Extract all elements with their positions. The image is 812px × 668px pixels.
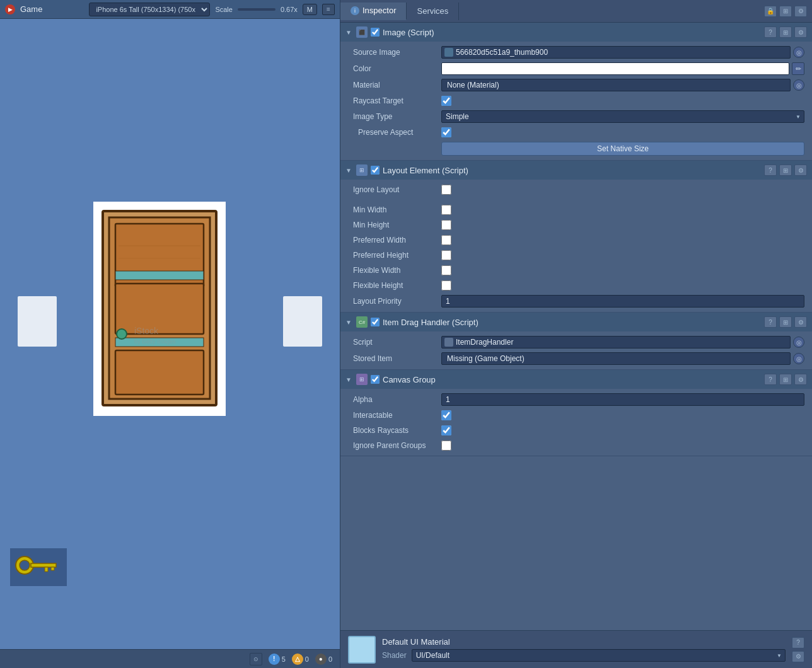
item-drag-checkbox[interactable]	[371, 318, 380, 326]
stored-item-text: Missing (Game Object)	[446, 354, 526, 363]
layout-element-checkbox[interactable]	[371, 166, 380, 175]
stored-item-target-button[interactable]: ◎	[793, 353, 804, 364]
item-drag-help-button[interactable]: ?	[764, 316, 777, 328]
game-title: Game	[20, 4, 42, 14]
error-count: 0	[328, 655, 332, 663]
lock-button[interactable]: 🔒	[764, 6, 777, 17]
collapse-button[interactable]: ⊙	[250, 653, 262, 665]
preferred-width-checkbox[interactable]	[441, 235, 451, 245]
image-script-header[interactable]: ▼ ⬛ Image (Script) ? ⊞ ⚙	[340, 23, 812, 42]
color-label: Color	[353, 64, 441, 73]
image-settings-button[interactable]: ⚙	[794, 26, 807, 38]
blocks-raycasts-label: Blocks Raycasts	[353, 426, 441, 435]
warning-count: 0	[305, 655, 309, 663]
inspector-tab-icon: i	[351, 6, 359, 15]
canvas-group-settings-button[interactable]: ⚙	[794, 374, 807, 385]
interactable-checkbox[interactable]	[441, 410, 451, 420]
source-image-field[interactable]: 566820d5c51a9_thumb900	[441, 46, 791, 59]
ignore-parent-groups-checkbox[interactable]	[441, 441, 451, 451]
flexible-width-row: Flexible Width	[340, 263, 812, 278]
material-settings-button[interactable]: ⚙	[792, 651, 804, 662]
color-field[interactable]	[441, 62, 789, 75]
device-select[interactable]: iPhone 6s Tall (750x1334) (750x	[89, 3, 210, 16]
item-drag-title: Item Drag Handler (Script)	[383, 318, 761, 327]
material-field[interactable]: None (Material)	[441, 79, 791, 91]
raycast-target-checkbox[interactable]	[441, 96, 451, 106]
layout-settings-button[interactable]: ⚙	[794, 164, 807, 176]
inspector-content[interactable]: ▼ ⬛ Image (Script) ? ⊞ ⚙ Source Image	[340, 23, 812, 630]
item-drag-layout-button[interactable]: ⊞	[779, 316, 792, 328]
door-image-container[interactable]: iStock by Getty Images	[93, 202, 226, 416]
blocks-raycasts-row: Blocks Raycasts	[340, 423, 812, 438]
native-size-button[interactable]: Set Native Size	[441, 142, 804, 156]
layout-collapse-arrow: ▼	[345, 167, 353, 174]
inspector-header: i Inspector Services 🔒 ⊞ ⚙	[340, 0, 812, 23]
min-height-checkbox[interactable]	[441, 220, 451, 230]
material-shader-label: Shader	[382, 651, 407, 660]
ignore-layout-checkbox[interactable]	[441, 185, 451, 195]
scale-slider[interactable]	[238, 8, 276, 11]
min-width-value	[441, 205, 804, 215]
tab-inspector[interactable]: i Inspector	[340, 3, 407, 20]
source-image-thumb-icon	[444, 48, 453, 57]
warning-icon: △	[292, 654, 303, 665]
layout-priority-input[interactable]	[441, 295, 804, 308]
image-layout-button[interactable]: ⊞	[779, 26, 792, 38]
script-value: ItemDragHandler ◎	[441, 336, 804, 348]
canvas-group-layout-button[interactable]: ⊞	[779, 374, 792, 385]
script-field[interactable]: ItemDragHandler	[441, 336, 791, 348]
image-script-checkbox[interactable]	[371, 28, 380, 37]
script-row: Script ItemDragHandler ◎	[340, 334, 812, 350]
flexible-height-checkbox[interactable]	[441, 280, 451, 291]
layout-element-header[interactable]: ▼ ⊞ Layout Element (Script) ? ⊞ ⚙	[340, 161, 812, 180]
layout-spacer	[340, 197, 812, 202]
raycast-target-label: Raycast Target	[353, 96, 441, 105]
image-type-select[interactable]: Simple Sliced Tiled Filled	[441, 110, 804, 123]
layout-help-button[interactable]: ?	[764, 164, 777, 176]
ignore-layout-label: Ignore Layout	[353, 185, 441, 194]
canvas-group-header[interactable]: ▼ ⊞ Canvas Group ? ⊞ ⚙	[340, 370, 812, 389]
layout-button[interactable]: ⊞	[779, 6, 792, 17]
alpha-input[interactable]	[441, 393, 804, 406]
svg-point-7	[117, 329, 127, 339]
min-height-row: Min Height	[340, 217, 812, 233]
layout-layout-button[interactable]: ⊞	[779, 164, 792, 176]
image-script-title: Image (Script)	[383, 28, 761, 37]
script-target-button[interactable]: ◎	[793, 337, 804, 348]
flexible-width-checkbox[interactable]	[441, 265, 451, 275]
min-width-checkbox[interactable]	[441, 205, 451, 215]
material-help-button[interactable]: ?	[792, 637, 804, 648]
preferred-height-value	[441, 250, 804, 260]
game-toolbar: ▶ Game iPhone 6s Tall (750x1334) (750x S…	[0, 0, 340, 19]
blocks-raycasts-value	[441, 425, 804, 435]
svg-point-13	[20, 560, 30, 570]
native-size-value: Set Native Size	[441, 142, 804, 156]
color-eyedropper-button[interactable]: ✏	[792, 62, 804, 75]
stored-item-field[interactable]: Missing (Game Object)	[441, 352, 791, 365]
overflow-menu-button[interactable]: ≡	[322, 4, 335, 15]
settings-button[interactable]: ⚙	[794, 6, 807, 17]
preserve-aspect-value	[441, 127, 804, 137]
game-canvas: iStock by Getty Images	[0, 19, 340, 649]
item-drag-settings-button[interactable]: ⚙	[794, 316, 807, 328]
shader-select[interactable]: UI/Default	[412, 649, 786, 662]
image-script-icon: ⬛	[356, 26, 368, 38]
canvas-group-checkbox[interactable]	[371, 375, 380, 384]
canvas-group-help-button[interactable]: ?	[764, 374, 777, 385]
svg-rect-16	[51, 567, 54, 570]
game-status-bar: ⊙ ! 5 △ 0 ● 0	[0, 649, 340, 668]
preserve-aspect-checkbox[interactable]	[441, 127, 451, 137]
m-button[interactable]: M	[303, 4, 317, 15]
preferred-height-checkbox[interactable]	[441, 250, 451, 260]
item-drag-header[interactable]: ▼ C# Item Drag Handler (Script) ? ⊞ ⚙	[340, 313, 812, 331]
material-name: Default UI Material	[382, 637, 786, 647]
blocks-raycasts-checkbox[interactable]	[441, 425, 451, 435]
source-image-target-button[interactable]: ◎	[793, 47, 804, 58]
material-target-button[interactable]: ◎	[793, 79, 804, 91]
item-drag-section: ▼ C# Item Drag Handler (Script) ? ⊞ ⚙ Sc…	[340, 313, 812, 370]
tab-services[interactable]: Services	[407, 3, 459, 20]
image-help-button[interactable]: ?	[764, 26, 777, 38]
key-container[interactable]	[10, 548, 67, 586]
layout-priority-row: Layout Priority	[340, 293, 812, 309]
preferred-width-value	[441, 235, 804, 245]
